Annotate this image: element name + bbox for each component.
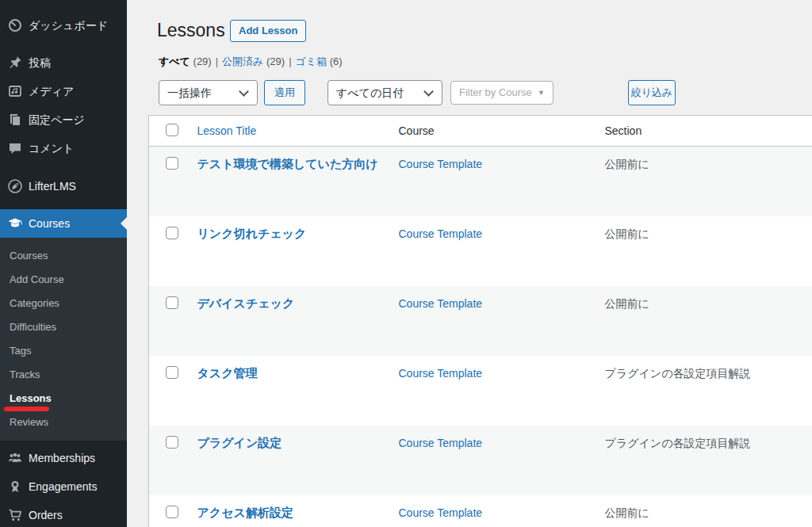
lesson-title-link[interactable]: デバイスチェック — [197, 296, 295, 310]
view-filter-2[interactable]: ゴミ箱 (6) — [296, 55, 343, 67]
course-link[interactable]: Course Template — [399, 437, 483, 449]
add-lesson-button[interactable]: Add Lesson — [230, 20, 306, 42]
course-link[interactable]: Course Template — [399, 158, 483, 170]
view-label: 公開済み — [222, 55, 263, 67]
column-header-section: Section — [597, 116, 812, 147]
view-filter-1[interactable]: 公開済み (29) — [222, 55, 285, 67]
submenu-item-tags[interactable]: Tags — [0, 339, 127, 363]
submenu-item-label: Difficulties — [10, 321, 56, 333]
course-link[interactable]: Course Template — [399, 297, 483, 310]
row-checkbox[interactable] — [166, 436, 178, 449]
view-count: (6) — [330, 55, 343, 67]
table-row: タスク管理 Course Template プラグインの各設定項目解説 — [149, 356, 812, 426]
row-checkbox[interactable] — [166, 506, 178, 518]
table-row: リンク切れチェック Course Template 公開前に — [149, 216, 812, 286]
table-row: アクセス解析設定 Course Template 公開前に — [149, 495, 812, 527]
submenu-item-difficulties[interactable]: Difficulties — [0, 315, 127, 339]
lesson-title-link[interactable]: プラグイン設定 — [197, 436, 282, 449]
lessons-table: Lesson Title Course Section テスト環境で構築していた… — [148, 115, 812, 527]
award-icon — [7, 479, 23, 495]
section-text: 公開前に — [605, 506, 649, 519]
admin-menu-bottom: Memberships Engagements Orders — [0, 441, 127, 527]
submenu-item-tracks[interactable]: Tracks — [0, 363, 127, 387]
sidebar-item-comments[interactable]: コメント — [0, 134, 127, 162]
sidebar-item-posts[interactable]: 投稿 — [0, 48, 127, 77]
section-text: プラグインの各設定項目解説 — [605, 367, 751, 380]
sidebar-item-media[interactable]: メディア — [0, 77, 127, 105]
submenu-item-courses[interactable]: Courses — [0, 244, 127, 268]
sidebar-item-label: Courses — [29, 217, 70, 230]
course-link[interactable]: Course Template — [399, 506, 483, 519]
cart-icon — [7, 507, 23, 523]
submenu-item-label: Lessons — [10, 392, 52, 404]
pages-icon — [7, 112, 23, 128]
filter-button[interactable]: 絞り込み — [628, 80, 676, 105]
bulk-actions-label: 一括操作 — [167, 86, 212, 99]
submenu-item-label: Add Course — [10, 273, 64, 285]
column-header-lesson-title[interactable]: Lesson Title — [197, 124, 257, 137]
sidebar-item-label: 投稿 — [29, 56, 51, 69]
course-filter-select[interactable]: Filter by Course ▼ — [450, 81, 553, 105]
table-row: プラグイン設定 Course Template プラグインの各設定項目解説 — [149, 426, 812, 495]
submenu-item-lessons[interactable]: Lessons — [0, 387, 127, 411]
lesson-title-link[interactable]: アクセス解析設定 — [197, 506, 293, 519]
course-link[interactable]: Course Template — [399, 227, 483, 240]
row-checkbox[interactable] — [166, 366, 178, 379]
section-text: 公開前に — [605, 158, 649, 170]
section-text: 公開前に — [605, 297, 649, 310]
date-filter-label: すべての日付 — [336, 86, 404, 99]
sidebar-item-dashboard[interactable]: ダッシュボード — [0, 11, 127, 40]
view-count: (29) — [193, 55, 212, 67]
courses-submenu: Courses Add Course Categories Difficulti… — [0, 238, 127, 441]
sidebar-item-label: Engagements — [29, 480, 97, 493]
section-text: プラグインの各設定項目解説 — [605, 437, 751, 449]
table-row: デバイスチェック Course Template 公開前に — [149, 286, 812, 356]
submenu-item-categories[interactable]: Categories — [0, 292, 127, 315]
submenu-item-label: Reviews — [10, 416, 48, 428]
sidebar-item-label: メディア — [29, 85, 74, 97]
apply-button[interactable]: 適用 — [264, 80, 305, 105]
lesson-title-link[interactable]: リンク切れチェック — [197, 227, 307, 240]
view-label: すべて — [159, 55, 190, 67]
sidebar-item-label: Orders — [29, 509, 63, 521]
sidebar-item-courses[interactable]: Courses — [0, 209, 127, 238]
sidebar-item-engagements[interactable]: Engagements — [0, 472, 127, 501]
sidebar-item-label: ダッシュボード — [29, 19, 108, 32]
sidebar-item-label: 固定ページ — [29, 113, 85, 126]
submenu-item-reviews[interactable]: Reviews — [0, 411, 127, 434]
row-checkbox[interactable] — [166, 296, 178, 309]
row-checkbox[interactable] — [166, 157, 178, 170]
view-filter-0[interactable]: すべて (29) — [159, 55, 212, 67]
lesson-title-link[interactable]: タスク管理 — [197, 366, 258, 380]
view-separator: | — [212, 55, 222, 67]
row-checkbox[interactable] — [166, 227, 178, 239]
select-all-checkbox[interactable] — [166, 124, 178, 136]
pin-icon — [7, 55, 23, 71]
wordpress-admin-screen: ダッシュボード 投稿 メディア 固定ページ コメント LifterLMS Cou… — [0, 0, 812, 527]
column-header-course: Course — [391, 116, 597, 147]
sidebar-item-lifterlms[interactable]: LifterLMS — [0, 172, 127, 200]
graduation-cap-icon — [7, 216, 23, 231]
course-link[interactable]: Course Template — [399, 367, 483, 380]
sidebar-item-memberships[interactable]: Memberships — [0, 444, 127, 472]
view-label: ゴミ箱 — [296, 55, 327, 67]
course-filter-placeholder: Filter by Course — [459, 86, 532, 98]
lesson-title-link[interactable]: テスト環境で構築していた方向け — [197, 157, 378, 170]
comment-icon — [7, 140, 23, 156]
table-header-row: Lesson Title Course Section — [149, 116, 812, 147]
dropdown-triangle-icon: ▼ — [538, 82, 545, 104]
sidebar-item-orders[interactable]: Orders — [0, 501, 127, 527]
submenu-item-label: Courses — [10, 250, 48, 262]
dashboard-icon — [7, 17, 23, 33]
media-icon — [7, 83, 23, 99]
table-row: テスト環境で構築していた方向け Course Template 公開前に — [149, 147, 812, 216]
view-count: (29) — [266, 55, 285, 67]
sidebar-item-pages[interactable]: 固定ページ — [0, 105, 127, 134]
submenu-item-label: Categories — [10, 297, 59, 309]
sidebar-item-label: Memberships — [29, 452, 95, 464]
date-filter-select[interactable]: すべての日付 — [327, 80, 442, 105]
submenu-item-add-course[interactable]: Add Course — [0, 268, 127, 292]
section-text: 公開前に — [605, 227, 649, 240]
bulk-actions-select[interactable]: 一括操作 — [159, 80, 258, 105]
list-view-filters: すべて (29)|公開済み (29)|ゴミ箱 (6) — [159, 55, 343, 69]
